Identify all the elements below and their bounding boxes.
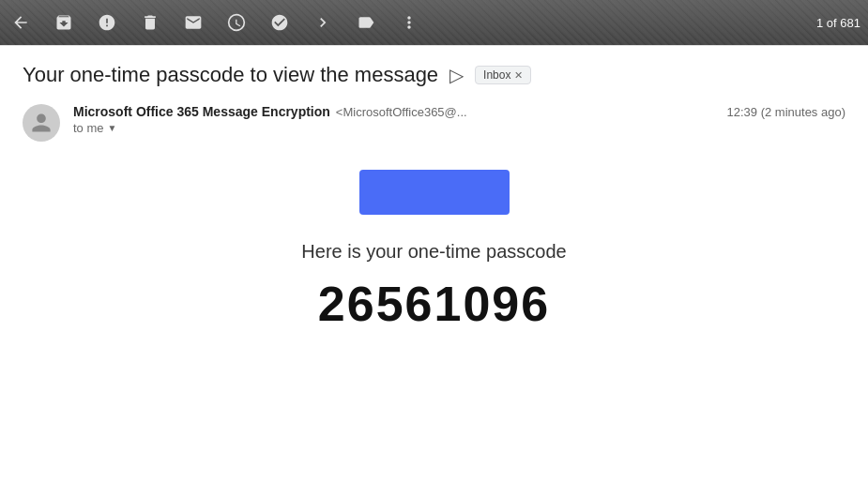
to-me-label: to me [73,121,104,135]
passcode-subtitle: Here is your one-time passcode [301,241,566,263]
remove-label-icon[interactable]: ✕ [514,69,523,82]
inbox-badge[interactable]: Inbox ✕ [475,66,531,84]
back-button[interactable] [8,9,34,36]
delete-icon[interactable] [137,9,163,36]
one-time-passcode: 26561096 [318,276,550,332]
sender-email-address: <MicrosoftOffice365@... [336,105,467,119]
email-body: Here is your one-time passcode 26561096 [0,142,868,360]
microsoft-logo-banner [359,170,510,215]
sender-display-name: Microsoft Office 365 Message Encryption [73,104,330,119]
to-me-line: to me ▼ [73,121,845,135]
toolbar: 1 of 681 [0,0,868,45]
report-icon[interactable] [94,9,120,36]
task-icon[interactable] [266,9,293,36]
subject-arrow-icon: ▷ [449,64,464,86]
label-icon[interactable] [353,9,379,36]
sender-name-line: Microsoft Office 365 Message Encryption … [73,104,845,119]
more-options-icon[interactable] [396,9,422,36]
move-icon[interactable] [310,9,336,36]
recipients-dropdown-icon[interactable]: ▼ [108,123,117,133]
sender-row: Microsoft Office 365 Message Encryption … [0,97,868,142]
inbox-label: Inbox [483,68,510,82]
snooze-icon[interactable] [223,9,250,36]
mark-unread-icon[interactable] [180,9,206,36]
email-subject: Your one-time passcode to view the messa… [23,63,438,87]
sender-info: Microsoft Office 365 Message Encryption … [73,104,845,135]
archive-icon[interactable] [51,9,77,36]
sender-avatar [23,104,60,142]
email-counter: 1 of 681 [816,16,860,30]
subject-area: Your one-time passcode to view the messa… [0,46,868,97]
email-timestamp: 12:39 (2 minutes ago) [727,105,845,119]
